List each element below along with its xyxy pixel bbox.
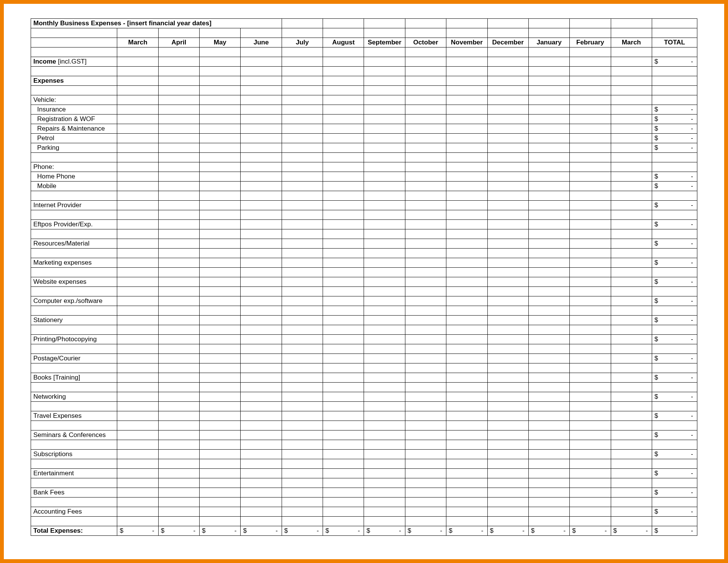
cell[interactable]	[364, 507, 405, 517]
cell[interactable]	[570, 507, 611, 517]
row-label[interactable]: Books [Training]	[31, 373, 117, 383]
cell[interactable]	[570, 277, 611, 287]
cell[interactable]	[405, 105, 446, 115]
cell[interactable]	[282, 201, 323, 210]
cell[interactable]	[282, 354, 323, 363]
cell[interactable]	[446, 450, 487, 459]
cell[interactable]	[405, 172, 446, 182]
total-expenses-month[interactable]: $-	[487, 526, 528, 536]
cell[interactable]	[117, 392, 158, 402]
cell[interactable]	[117, 430, 158, 440]
cell[interactable]	[446, 115, 487, 124]
cell[interactable]	[405, 430, 446, 440]
cell[interactable]	[487, 105, 528, 115]
cell[interactable]	[200, 277, 241, 287]
row-label[interactable]: Entertainment	[31, 469, 117, 478]
cell[interactable]	[282, 182, 323, 191]
cell[interactable]	[570, 392, 611, 402]
cell[interactable]	[364, 450, 405, 459]
cell[interactable]	[323, 220, 364, 229]
cell[interactable]	[282, 507, 323, 517]
cell[interactable]	[487, 239, 528, 249]
cell[interactable]	[158, 488, 199, 498]
cell[interactable]	[487, 354, 528, 363]
cell[interactable]	[200, 469, 241, 478]
cell[interactable]	[117, 57, 158, 67]
cell[interactable]	[241, 182, 282, 191]
cell[interactable]	[117, 450, 158, 459]
cell[interactable]	[323, 335, 364, 344]
row-label[interactable]: Income [incl.GST]	[31, 57, 117, 67]
cell[interactable]	[405, 220, 446, 229]
cell[interactable]	[611, 316, 652, 325]
cell[interactable]	[364, 115, 405, 124]
cell[interactable]	[611, 507, 652, 517]
cell[interactable]	[487, 507, 528, 517]
cell[interactable]	[323, 469, 364, 478]
row-label[interactable]: Resources/Material	[31, 239, 117, 249]
row-total[interactable]: $-	[652, 430, 697, 440]
cell[interactable]	[487, 469, 528, 478]
cell[interactable]	[487, 296, 528, 306]
cell[interactable]	[487, 488, 528, 498]
cell[interactable]	[528, 258, 569, 268]
cell[interactable]	[611, 182, 652, 191]
row-label[interactable]: Website expenses	[31, 277, 117, 287]
cell[interactable]	[405, 450, 446, 459]
cell[interactable]	[570, 172, 611, 182]
cell[interactable]	[117, 124, 158, 134]
cell[interactable]	[364, 411, 405, 421]
cell[interactable]	[117, 258, 158, 268]
cell[interactable]	[570, 124, 611, 134]
cell[interactable]	[570, 201, 611, 210]
cell[interactable]	[158, 296, 199, 306]
cell[interactable]	[405, 469, 446, 478]
row-total[interactable]: $-	[652, 296, 697, 306]
cell[interactable]	[611, 115, 652, 124]
cell[interactable]	[323, 105, 364, 115]
cell[interactable]	[200, 201, 241, 210]
row-total[interactable]: $-	[652, 392, 697, 402]
cell[interactable]	[446, 277, 487, 287]
cell[interactable]	[158, 182, 199, 191]
cell[interactable]	[241, 354, 282, 363]
cell[interactable]	[117, 335, 158, 344]
cell[interactable]	[446, 507, 487, 517]
cell[interactable]	[364, 239, 405, 249]
cell[interactable]	[241, 239, 282, 249]
cell[interactable]	[611, 201, 652, 210]
cell[interactable]	[241, 105, 282, 115]
cell[interactable]	[364, 134, 405, 143]
cell[interactable]	[158, 134, 199, 143]
cell[interactable]	[282, 277, 323, 287]
cell[interactable]	[570, 316, 611, 325]
cell[interactable]	[200, 411, 241, 421]
cell[interactable]	[528, 134, 569, 143]
cell[interactable]	[405, 239, 446, 249]
cell[interactable]	[570, 373, 611, 383]
cell[interactable]	[241, 220, 282, 229]
row-total[interactable]: $-	[652, 134, 697, 143]
cell[interactable]	[528, 182, 569, 191]
cell[interactable]	[200, 124, 241, 134]
cell[interactable]	[282, 143, 323, 153]
cell[interactable]	[158, 258, 199, 268]
cell[interactable]	[282, 220, 323, 229]
cell[interactable]	[446, 143, 487, 153]
cell[interactable]	[117, 488, 158, 498]
cell[interactable]	[611, 430, 652, 440]
total-expenses-month[interactable]: $-	[241, 526, 282, 536]
cell[interactable]	[611, 143, 652, 153]
row-label[interactable]: Networking	[31, 392, 117, 402]
cell[interactable]	[200, 488, 241, 498]
cell[interactable]	[364, 220, 405, 229]
row-label[interactable]: Eftpos Provider/Exp.	[31, 220, 117, 229]
cell[interactable]	[117, 115, 158, 124]
row-label[interactable]: Parking	[31, 143, 117, 153]
cell[interactable]	[364, 105, 405, 115]
cell[interactable]	[323, 124, 364, 134]
cell[interactable]	[446, 239, 487, 249]
cell[interactable]	[611, 172, 652, 182]
cell[interactable]	[446, 335, 487, 344]
cell[interactable]	[241, 143, 282, 153]
